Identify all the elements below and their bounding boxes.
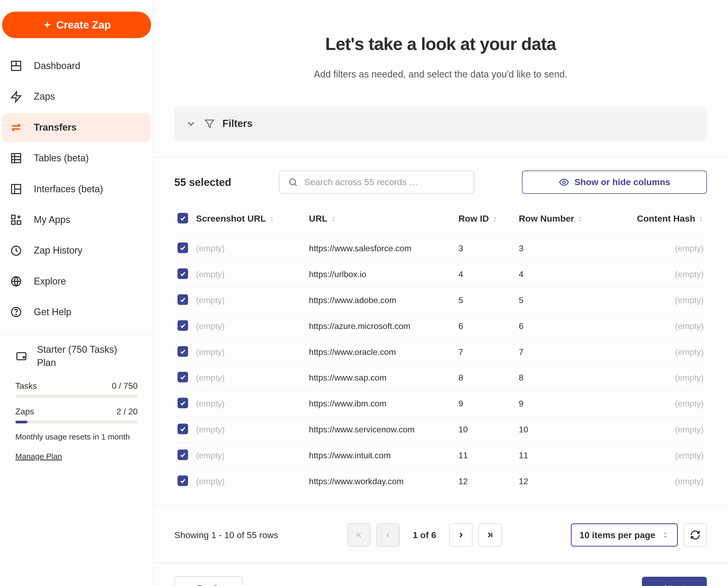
cell-content_hash: (empty) <box>609 236 707 262</box>
row-checkbox[interactable] <box>178 424 188 434</box>
cell-content_hash: (empty) <box>609 416 707 442</box>
controls-bar: 55 selected Show or hide columns <box>153 157 728 207</box>
apps-icon <box>10 214 22 226</box>
page-subtitle: Add filters as needed, and select the da… <box>174 68 707 81</box>
cell-content_hash: (empty) <box>609 313 707 339</box>
sidebar-item-label: Get Help <box>34 306 71 319</box>
svg-marker-25 <box>205 120 214 127</box>
prev-page-button[interactable] <box>376 523 400 546</box>
cell-screenshot_url: (empty) <box>193 365 306 391</box>
sidebar-item-dashboard[interactable]: Dashboard <box>2 51 151 80</box>
sort-icon <box>492 216 497 222</box>
sidebar-item-gethelp[interactable]: Get Help <box>2 297 151 326</box>
table-row: (empty)https://www.adobe.com55(empty) <box>174 287 707 313</box>
sidebar-item-myapps[interactable]: My Apps <box>2 205 151 234</box>
cell-row_id: 7 <box>455 339 515 365</box>
pagination: Showing 1 - 10 of 55 rows 1 of 6 10 item… <box>153 505 728 562</box>
items-per-page-select[interactable]: 10 items per page <box>571 523 678 546</box>
wallet-icon <box>15 350 27 362</box>
svg-marker-35 <box>579 217 581 218</box>
sidebar-item-label: Zaps <box>34 90 55 103</box>
sidebar-item-transfers[interactable]: Transfers <box>2 113 151 142</box>
search-input[interactable] <box>304 177 465 187</box>
first-page-button[interactable] <box>347 523 371 546</box>
create-zap-button[interactable]: Create Zap <box>2 11 151 38</box>
cell-url: https://www.servicenow.com <box>306 416 456 442</box>
row-checkbox[interactable] <box>178 372 188 382</box>
filters-panel[interactable]: Filters <box>174 106 707 141</box>
cell-row_number: 6 <box>516 313 609 339</box>
sidebar-item-zaps[interactable]: Zaps <box>2 82 151 111</box>
cell-row_id: 12 <box>455 468 515 494</box>
cell-row_number: 5 <box>516 287 609 313</box>
cell-url: https://www.ibm.com <box>306 391 456 417</box>
sidebar-item-zaphistory[interactable]: Zap History <box>2 236 151 265</box>
row-checkbox[interactable] <box>178 294 188 305</box>
cell-row_id: 11 <box>455 442 515 468</box>
column-header-url[interactable]: URL <box>306 207 456 236</box>
row-checkbox[interactable] <box>178 475 188 486</box>
sidebar-item-label: Zap History <box>34 244 82 257</box>
plan-title: Starter (750 Tasks) Plan <box>37 343 138 370</box>
clock-icon <box>10 245 22 257</box>
filters-label: Filters <box>223 117 253 131</box>
next-page-button[interactable] <box>449 523 473 546</box>
zaps-label: Zaps <box>15 406 34 418</box>
row-checkbox[interactable] <box>178 320 188 331</box>
back-button[interactable]: Back <box>174 576 242 586</box>
search-box[interactable] <box>279 171 474 194</box>
svg-point-26 <box>289 179 295 185</box>
cell-url: https://www.salesforce.com <box>306 236 456 262</box>
eye-icon <box>559 177 569 188</box>
cell-content_hash: (empty) <box>609 262 707 288</box>
filter-icon <box>204 118 215 129</box>
cell-row_id: 5 <box>455 287 515 313</box>
svg-marker-29 <box>270 217 272 218</box>
svg-line-27 <box>294 184 297 186</box>
svg-rect-6 <box>11 154 21 163</box>
cell-url: https://www.intuit.com <box>306 442 456 468</box>
svg-marker-31 <box>332 217 334 218</box>
cell-content_hash: (empty) <box>609 287 707 313</box>
manage-plan-link[interactable]: Manage Plan <box>15 452 62 461</box>
svg-marker-32 <box>332 220 334 222</box>
table-row: (empty)https://www.intuit.com1111(empty) <box>174 442 707 468</box>
show-hide-columns-button[interactable]: Show or hide columns <box>522 171 707 194</box>
cell-screenshot_url: (empty) <box>193 468 306 494</box>
cell-row_id: 3 <box>455 236 515 262</box>
sidebar-item-label: Explore <box>34 275 66 288</box>
sidebar-item-explore[interactable]: Explore <box>2 267 151 296</box>
row-checkbox[interactable] <box>178 398 188 408</box>
select-all-checkbox[interactable] <box>178 213 188 223</box>
globe-icon <box>10 275 22 288</box>
tasks-label: Tasks <box>15 380 37 392</box>
column-header-row_number[interactable]: Row Number <box>516 207 609 236</box>
sidebar-item-interfaces[interactable]: Interfaces (beta) <box>2 174 151 204</box>
next-button[interactable]: Next <box>642 577 707 586</box>
row-checkbox[interactable] <box>178 346 188 357</box>
sidebar-item-tables[interactable]: Tables (beta) <box>2 144 151 173</box>
plan-block: Starter (750 Tasks) Plan Tasks 0 / 750 Z… <box>2 343 151 462</box>
column-header-content_hash[interactable]: Content Hash <box>609 207 707 236</box>
column-header-screenshot_url[interactable]: Screenshot URL <box>193 207 306 236</box>
row-checkbox[interactable] <box>178 449 188 460</box>
help-icon <box>10 306 22 318</box>
column-header-row_id[interactable]: Row ID <box>455 207 515 236</box>
cell-row_id: 10 <box>455 416 515 442</box>
last-page-button[interactable] <box>478 523 502 546</box>
zaps-value: 2 / 20 <box>116 406 138 418</box>
svg-marker-5 <box>11 92 21 101</box>
cell-url: https://www.workday.com <box>306 468 456 494</box>
sidebar: Create Zap Dashboard Zaps Transfers Tabl… <box>0 0 153 586</box>
sidebar-item-label: My Apps <box>34 213 70 226</box>
cell-screenshot_url: (empty) <box>193 442 306 468</box>
tasks-meter <box>15 395 138 398</box>
row-checkbox[interactable] <box>178 268 188 279</box>
cell-screenshot_url: (empty) <box>193 262 306 288</box>
refresh-button[interactable] <box>684 523 707 546</box>
row-checkbox[interactable] <box>178 243 188 253</box>
dashboard-icon <box>10 60 22 72</box>
table-row: (empty)https://www.oracle.com77(empty) <box>174 339 707 365</box>
chevron-down-icon <box>185 118 197 129</box>
cell-row_number: 12 <box>516 468 609 494</box>
